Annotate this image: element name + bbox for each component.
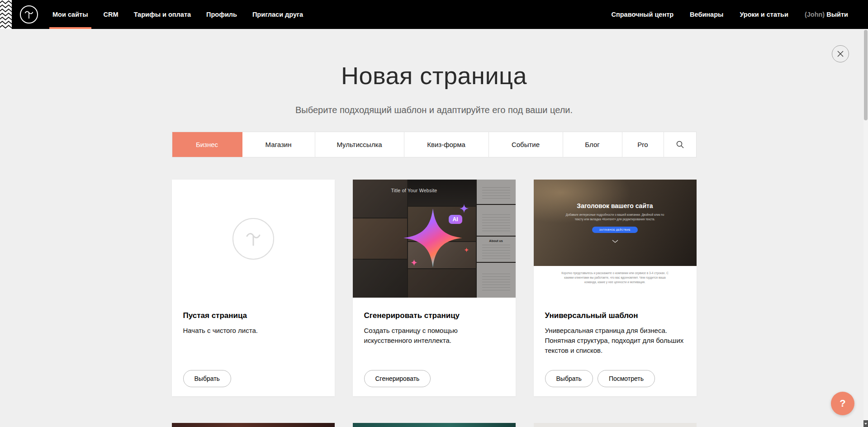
card-actions: Выбрать Посмотреть [545, 370, 685, 387]
card-body: Универсальный шаблон Универсальная стран… [534, 298, 697, 396]
template-grid: Пустая страница Начать с чистого листа. … [172, 180, 697, 396]
card-description: Начать с чистого листа. [183, 326, 323, 336]
template-card-universal: Заголовок вашего сайта Добавьте интересн… [534, 180, 697, 396]
logout-label: Выйти [826, 11, 848, 18]
template-card-blank: Пустая страница Начать с чистого листа. … [172, 180, 335, 396]
secondary-menu: Справочный центр Вебинары Уроки и статьи… [612, 0, 848, 29]
card-actions: Сгенерировать [364, 370, 504, 387]
ai-badge: AI [449, 215, 462, 224]
next-card-image-partial [534, 423, 697, 427]
template-hero-title: Заголовок вашего сайта [577, 202, 653, 209]
new-page-modal: Новая страница Выберите подходящий шабло… [0, 62, 868, 396]
template-preview: Заголовок вашего сайта Добавьте интересн… [534, 180, 697, 298]
main-menu: Мои сайты CRM Тарифы и оплата Профиль Пр… [52, 0, 303, 29]
scrollbar[interactable] [863, 29, 868, 427]
zigzag-decoration [0, 0, 12, 29]
nav-invite-friend[interactable]: Пригласи друга [252, 0, 303, 29]
blank-preview [172, 180, 335, 298]
nav-my-sites[interactable]: Мои сайты [52, 0, 88, 29]
template-card-ai: About us Title of Your Website [353, 180, 516, 396]
preview-website-title: Title of Your Website [353, 188, 476, 193]
ai-preview-collage: About us Title of Your Website [353, 180, 516, 298]
nav-lessons[interactable]: Уроки и статьи [740, 0, 788, 29]
close-button[interactable] [832, 45, 849, 62]
tab-blog[interactable]: Блог [563, 132, 622, 157]
small-star-icon [464, 247, 469, 252]
template-hero: Заголовок вашего сайта Добавьте интересн… [534, 180, 697, 266]
search-icon [676, 141, 684, 148]
template-hero-subtitle: Добавьте интересные подробности о вашей … [563, 213, 668, 222]
template-body-section: Коротко представьтесь и расскажите о ком… [534, 266, 697, 298]
card-description: Универсальная страница для бизнеса. Поня… [545, 326, 685, 355]
card-actions: Выбрать [183, 370, 323, 387]
tilda-logo-icon[interactable] [20, 5, 38, 24]
nav-crm[interactable]: CRM [104, 0, 119, 29]
next-row-partial [172, 423, 697, 427]
tilda-watermark-icon [232, 218, 274, 260]
nav-help-center[interactable]: Справочный центр [612, 0, 674, 29]
card-title: Универсальный шаблон [545, 311, 685, 320]
help-button[interactable]: ? [831, 392, 854, 415]
scrollbar-thumb[interactable] [864, 30, 868, 120]
user-name: (John) [805, 11, 825, 18]
page-title: Новая страница [0, 62, 868, 90]
card-body: Пустая страница Начать с чистого листа. … [172, 298, 335, 396]
page-subtitle: Выберите подходящий шаблон и адаптируйте… [0, 105, 868, 115]
nav-webinars[interactable]: Вебинары [690, 0, 723, 29]
logout-button[interactable]: (John) Выйти [805, 0, 848, 29]
tab-multilink[interactable]: Мультиссылка [315, 132, 404, 157]
scroll-down-arrow[interactable] [863, 420, 868, 427]
card-title: Сгенерировать страницу [364, 311, 504, 320]
card-body: Сгенерировать страницу Создать страницу … [353, 298, 516, 396]
select-button[interactable]: Выбрать [545, 370, 593, 387]
tab-pro[interactable]: Pro [622, 132, 664, 157]
small-star-icon [460, 204, 469, 213]
close-icon [837, 51, 844, 57]
chevron-down-icon [612, 240, 618, 243]
card-description: Создать страницу с помощью искусственног… [364, 326, 504, 346]
select-button[interactable]: Выбрать [183, 370, 231, 387]
small-star-icon [411, 259, 417, 266]
template-body-text: Коротко представьтесь и расскажите о ком… [559, 271, 672, 298]
next-card-image-partial [353, 423, 516, 427]
tab-quiz-form[interactable]: Квиз-форма [404, 132, 489, 157]
tab-event[interactable]: Событие [489, 132, 563, 157]
tab-business[interactable]: Бизнес [172, 132, 242, 157]
category-tabs: Бизнес Магазин Мультиссылка Квиз-форма С… [172, 132, 697, 157]
template-hero-button: Заглавное действие [592, 227, 638, 233]
tab-shop[interactable]: Магазин [242, 132, 315, 157]
tab-search[interactable] [664, 132, 696, 157]
generate-button[interactable]: Сгенерировать [364, 370, 431, 387]
card-title: Пустая страница [183, 311, 323, 320]
preview-button[interactable]: Посмотреть [598, 370, 655, 387]
top-nav: Мои сайты CRM Тарифы и оплата Профиль Пр… [0, 0, 868, 29]
nav-pricing[interactable]: Тарифы и оплата [134, 0, 191, 29]
next-card-image-partial [172, 423, 335, 427]
nav-profile[interactable]: Профиль [206, 0, 237, 29]
